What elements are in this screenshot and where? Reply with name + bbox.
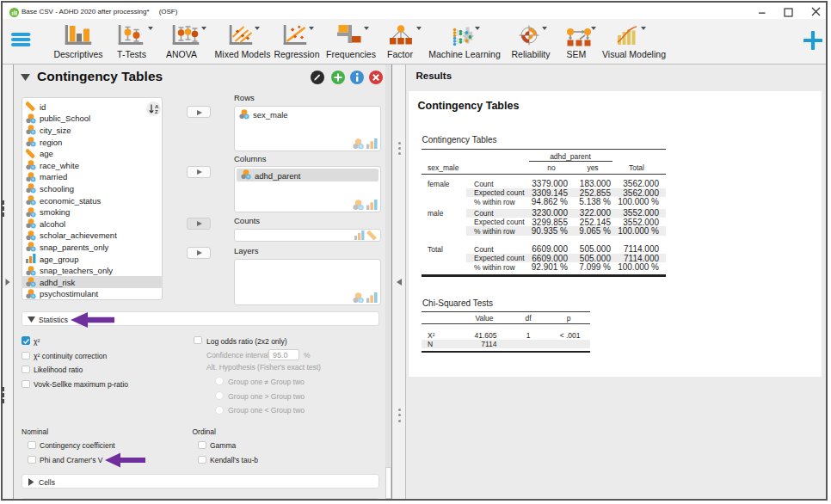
svg-text:A: A — [155, 104, 159, 109]
svg-text:Z: Z — [155, 109, 158, 114]
